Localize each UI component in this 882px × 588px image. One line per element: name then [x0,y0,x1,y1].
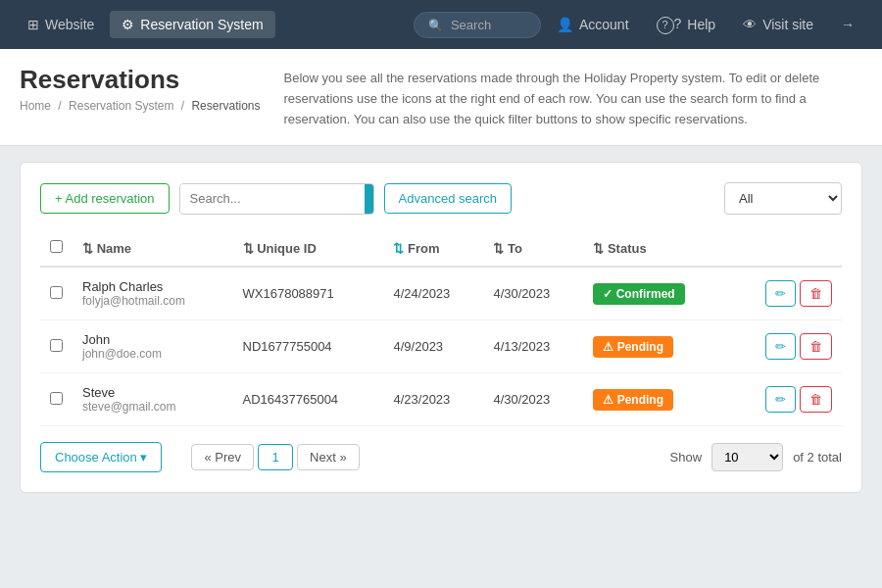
filter-select[interactable]: All Confirmed Pending Cancelled [724,182,842,215]
status-badge: ⚠ Pending [593,389,673,411]
per-page-select[interactable]: 10 25 50 [711,443,783,471]
search-button[interactable]: 🔍 [365,184,374,214]
row-name-cell: Steve steve@gmail.com [73,373,233,426]
breadcrumb-reservation-system[interactable]: Reservation System [69,99,173,113]
col-to[interactable]: ⇅ To [483,230,583,267]
row-email: steve@gmail.com [82,400,223,414]
row-actions: ✏ 🗑 [739,333,832,360]
col-unique-id[interactable]: ⇅ Unique ID [233,230,384,267]
topnav-search[interactable]: Search [414,12,541,38]
edit-button[interactable]: ✏ [765,386,796,413]
row-checkbox[interactable] [50,286,63,299]
pagination: « Prev 1 Next » [191,444,359,470]
col-from-label: From [408,241,440,256]
nav-website[interactable]: Website [16,11,106,38]
col-from[interactable]: ⇅ From [383,230,483,267]
grid-icon [27,17,39,32]
col-name-label: Name [97,241,131,256]
row-to: 4/30/2023 [483,267,583,320]
row-actions: ✏ 🗑 [739,280,832,307]
row-unique-id: AD16437765004 [233,373,384,426]
page-title: Reservations [20,65,260,95]
nav-reservation-system[interactable]: Reservation System [110,11,274,38]
table-footer: Choose Action ▾ « Prev 1 Next » Show 10 … [40,442,842,472]
nav-extra[interactable]: → [829,11,866,38]
eye-icon [743,17,757,32]
page-description: Below you see all the reservations made … [283,65,862,129]
page-title-area: Reservations Home / Reservation System /… [20,65,260,113]
show-label: Show [670,450,703,465]
row-actions-cell: ✏ 🗑 [729,267,842,320]
row-checkbox[interactable] [50,339,63,352]
col-status-label: Status [608,241,647,256]
row-actions-cell: ✏ 🗑 [729,320,842,373]
main-content: + Add reservation 🔍 Advanced search All … [0,162,882,493]
row-name-cell: John john@doe.com [73,320,233,373]
edit-button[interactable]: ✏ [765,280,796,307]
breadcrumb-current: Reservations [191,99,260,113]
help-icon: ? [657,16,682,34]
row-from: 4/9/2023 [383,320,483,373]
col-to-label: To [508,241,522,256]
status-badge: ⚠ Pending [593,336,673,358]
col-status[interactable]: ⇅ Status [583,230,728,267]
row-to: 4/13/2023 [483,320,583,373]
row-actions-cell: ✏ 🗑 [729,373,842,426]
current-page: 1 [258,444,293,470]
nav-website-label: Website [45,17,94,32]
row-email: folyja@hotmail.com [82,294,223,308]
toolbar: + Add reservation 🔍 Advanced search All … [40,182,842,215]
row-status: ⚠ Pending [583,320,728,373]
topnav-search-label: Search [451,18,491,32]
col-uid-label: Unique ID [257,241,317,256]
table-row: Ralph Charles folyja@hotmail.com WX16780… [40,267,842,320]
nav-reservation-label: Reservation System [140,17,263,32]
status-badge: ✓ Confirmed [593,283,684,305]
reservations-table: ⇅ Name ⇅ Unique ID ⇅ From ⇅ To [40,230,842,426]
add-reservation-button[interactable]: + Add reservation [40,183,170,214]
delete-button[interactable]: 🗑 [800,280,832,307]
row-checkbox[interactable] [50,392,63,405]
arrow-right-icon: → [841,17,855,32]
col-name[interactable]: ⇅ Name [73,230,233,267]
row-from: 4/23/2023 [383,373,483,426]
row-name: John [82,332,223,347]
advanced-search-button[interactable]: Advanced search [384,183,512,214]
top-navigation: Website Reservation System Search 👤 Acco… [0,0,882,49]
select-all-checkbox[interactable] [50,240,63,253]
next-page-button[interactable]: Next » [297,444,360,470]
nav-account[interactable]: 👤 Account [545,11,641,38]
edit-button[interactable]: ✏ [765,333,796,360]
nav-help[interactable]: ? Help [645,10,728,40]
reservations-card: + Add reservation 🔍 Advanced search All … [20,162,862,493]
choose-action-button[interactable]: Choose Action ▾ [40,442,162,472]
row-unique-id: ND1677755004 [233,320,384,373]
gear-icon [122,17,134,32]
table-row: John john@doe.com ND1677755004 4/9/2023 … [40,320,842,373]
search-input[interactable] [180,184,365,213]
total-label: of 2 total [793,450,842,465]
page-header: Reservations Home / Reservation System /… [0,49,882,146]
nav-account-label: Account [579,17,629,32]
row-actions: ✏ 🗑 [739,386,832,413]
choose-action-label: Choose Action [55,450,137,465]
row-to: 4/30/2023 [483,373,583,426]
search-wrap: 🔍 [179,183,374,215]
nav-visit-site[interactable]: Visit site [731,11,825,38]
dropdown-icon: ▾ [140,450,147,465]
row-name: Steve [82,385,223,400]
row-email: john@doe.com [82,347,223,361]
user-icon: 👤 [557,17,573,32]
delete-button[interactable]: 🗑 [800,386,832,413]
nav-help-label: Help [687,17,715,32]
prev-page-button[interactable]: « Prev [191,444,254,470]
delete-button[interactable]: 🗑 [800,333,832,360]
search-icon [428,18,443,32]
row-name-cell: Ralph Charles folyja@hotmail.com [73,267,233,320]
row-name: Ralph Charles [82,279,223,294]
table-header-row: ⇅ Name ⇅ Unique ID ⇅ From ⇅ To [40,230,842,267]
row-status: ✓ Confirmed [583,267,728,320]
row-unique-id: WX1678088971 [233,267,384,320]
breadcrumb: Home / Reservation System / Reservations [20,99,260,113]
breadcrumb-home[interactable]: Home [20,99,51,113]
